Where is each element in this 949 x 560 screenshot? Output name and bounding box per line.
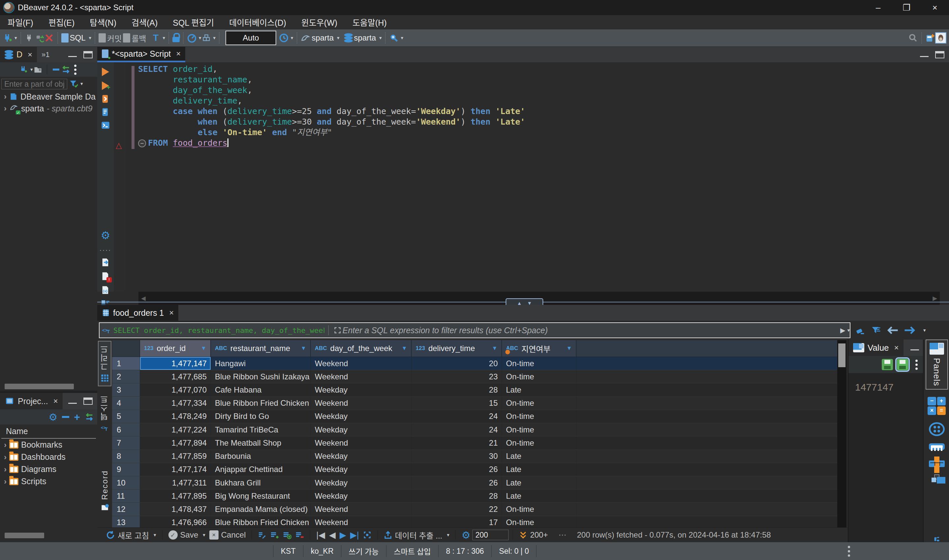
save-value-timestamp-icon[interactable] — [897, 359, 908, 370]
fold-marker-icon[interactable]: − — [138, 139, 146, 147]
tree-item-sample-database[interactable]: › DBeaver Sample Da — [0, 91, 97, 103]
grid-cell[interactable]: On-time — [502, 397, 577, 410]
link-selection-icon[interactable] — [85, 412, 94, 422]
status-bar-item[interactable]: 8 : 17 : 306 — [438, 545, 491, 557]
menu-item[interactable]: 도움말(H) — [345, 15, 394, 29]
grid-cell[interactable]: The Meatball Shop — [211, 436, 311, 449]
database-dropdown[interactable]: ▾ — [379, 35, 382, 41]
grid-cell[interactable]: 20 — [412, 357, 502, 370]
result-grid[interactable]: 123order_id▼ABCrestaurant_name▼ABCday_of… — [112, 340, 837, 528]
grid-cell[interactable]: 26 — [412, 463, 502, 476]
auto-commit-button[interactable]: Auto — [226, 31, 276, 45]
navigator-hscroll-thumb[interactable] — [5, 384, 74, 389]
history-dropdown[interactable]: ▾ — [291, 35, 293, 41]
tab-text-presentation[interactable]: 텍스트 <>T — [97, 395, 112, 432]
restore-button[interactable]: ❐ — [892, 0, 921, 15]
link-editor-icon[interactable] — [61, 65, 71, 74]
table-row[interactable]: 31,477,070Cafe HabanaWeekday28Late — [112, 383, 837, 397]
search-metadata-icon[interactable] — [389, 33, 399, 43]
grid-cell[interactable]: 1,477,070 — [140, 383, 211, 396]
close-results-tab-icon[interactable]: × — [169, 308, 174, 317]
minimize-value-panel-icon[interactable] — [911, 345, 919, 350]
chevron-right-icon[interactable]: › — [4, 104, 6, 113]
value-viewer-toggle[interactable] — [934, 474, 940, 480]
history-back-icon[interactable] — [887, 326, 898, 335]
projects-tree-item[interactable]: › Dashboards — [0, 451, 97, 463]
dbeaver-perspective-logo-icon[interactable] — [935, 32, 946, 43]
column-menu-arrow-icon[interactable]: ▼ — [201, 345, 206, 352]
code-line[interactable]: delivery_time, — [138, 95, 939, 106]
grid-cell[interactable]: Late — [502, 489, 577, 502]
code-line[interactable]: case when (delivery_time>=25 and day_of_… — [138, 106, 939, 117]
save-filter-funnel-icon[interactable] — [871, 325, 881, 335]
last-row-button[interactable]: ▶| — [350, 530, 359, 540]
filter-history-dropdown[interactable]: ▾ — [847, 327, 850, 333]
column-menu-arrow-icon[interactable]: ▼ — [401, 345, 407, 352]
execute-statement-icon[interactable] — [100, 67, 111, 77]
table-row[interactable]: 81,477,859BarbouniaWeekday30Late — [112, 450, 837, 463]
close-button[interactable]: × — [921, 0, 949, 15]
table-row[interactable]: 71,477,894The Meatball ShopWeekend21On-t… — [112, 436, 837, 449]
row-number-cell[interactable]: 11 — [112, 489, 140, 502]
tab-grid-presentation[interactable]: 그리드 — [98, 341, 111, 386]
status-bar-item[interactable]: Sel: 0 | 0 — [491, 545, 537, 557]
chevron-right-icon[interactable]: › — [4, 465, 6, 474]
rollback-icon[interactable] — [123, 33, 130, 43]
duplicate-row-button[interactable] — [283, 531, 291, 539]
grid-cell[interactable]: 1,477,147 — [140, 357, 211, 370]
grid-cell[interactable]: Weekday — [311, 489, 412, 502]
tree-item-sparta-connection[interactable]: › ✓ sparta - sparta.cbt9 — [0, 103, 97, 114]
grid-cell[interactable]: Weekday — [311, 410, 412, 423]
row-number-cell[interactable]: 5 — [112, 410, 140, 423]
tab-value-viewer[interactable]: Value × — [849, 340, 903, 356]
grid-cell[interactable]: 28 — [412, 383, 502, 396]
grid-cell[interactable]: Weekend — [311, 436, 412, 449]
grid-cell[interactable]: Late — [502, 476, 577, 489]
column-header-order_id[interactable]: 123order_id▼ — [140, 340, 211, 357]
table-row[interactable]: 11,477,147HangawiWeekend20On-time — [112, 357, 837, 370]
first-row-button[interactable]: |◀ — [316, 530, 325, 540]
grid-cell[interactable]: Barbounia — [211, 450, 311, 463]
menu-item[interactable]: 윈도우(W) — [294, 15, 345, 29]
tab-database-navigator[interactable]: D × — [0, 47, 37, 62]
grid-cell[interactable]: Empanada Mama (closed) — [211, 503, 311, 515]
cell-value-text[interactable]: 1477147 — [849, 373, 924, 393]
grid-cell[interactable]: Cafe Habana — [211, 383, 311, 396]
grid-cell[interactable]: 26 — [412, 476, 502, 489]
cancel-button[interactable]: × Cancel — [209, 530, 246, 540]
grid-cell[interactable]: 1,477,859 — [140, 450, 211, 463]
row-number-cell[interactable]: 1 — [112, 357, 140, 370]
tab-record-mode[interactable]: Record — [97, 470, 112, 512]
transaction-dropdown[interactable]: ▾ — [163, 35, 165, 41]
new-connection-dropdown[interactable]: ▾ — [14, 35, 17, 41]
scroll-right-arrow-icon[interactable]: ▶ — [932, 295, 937, 302]
isolation-icon[interactable] — [201, 33, 211, 43]
grid-cell[interactable]: Weekday — [311, 383, 412, 396]
table-row[interactable]: 21,477,685Blue Ribbon Sushi IzakayaWeeke… — [112, 370, 837, 383]
warning-marker-icon[interactable]: △ — [116, 141, 122, 150]
grid-cell[interactable]: 15 — [412, 397, 502, 410]
tab-sql-script[interactable]: ● *<sparta> Script × — [97, 47, 185, 62]
grid-cell[interactable]: Tamarind TriBeCa — [211, 423, 311, 436]
maximize-panel-icon[interactable] — [83, 51, 92, 58]
prev-row-button[interactable]: ◀ — [329, 530, 335, 540]
close-value-panel-icon[interactable]: × — [894, 343, 899, 352]
row-number-cell[interactable]: 3 — [112, 383, 140, 396]
column-menu-arrow-icon[interactable]: ▼ — [301, 345, 306, 352]
editor-settings-gear-icon[interactable]: ⚙ — [101, 229, 111, 242]
grid-cell[interactable]: Weekend — [311, 397, 412, 410]
grid-cell[interactable]: 1,477,685 — [140, 370, 211, 383]
table-row[interactable]: 111,477,895Big Wong RestaurantWeekday28L… — [112, 489, 837, 503]
grid-cell[interactable]: 24 — [412, 423, 502, 436]
row-number-cell[interactable]: 8 — [112, 450, 140, 463]
disconnect-all-icon[interactable] — [44, 33, 54, 43]
scroll-left-arrow-icon[interactable]: ◀ — [141, 295, 146, 302]
connection-selector[interactable]: sparta — [312, 33, 334, 43]
reconnect-icon[interactable] — [34, 33, 44, 43]
grid-cell[interactable]: Anjappar Chettinad — [211, 463, 311, 476]
minimize-button[interactable]: – — [864, 0, 892, 15]
grid-cell[interactable]: 30 — [412, 450, 502, 463]
nav-new-connection-icon[interactable] — [18, 65, 28, 74]
code-line[interactable]: day_of_the_week, — [138, 85, 939, 95]
grid-cell[interactable]: Weekend — [311, 503, 412, 515]
